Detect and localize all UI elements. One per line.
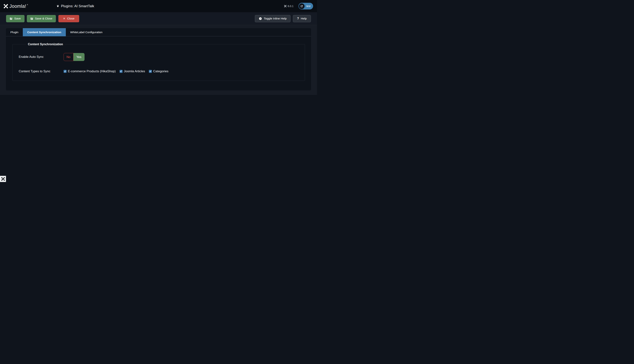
toggle-no-option[interactable]: No xyxy=(64,53,74,61)
checkbox-item-categories[interactable]: Categories xyxy=(149,70,168,73)
checkmark-icon xyxy=(64,70,66,72)
save-and-close-button[interactable]: Save & Close xyxy=(27,15,56,22)
tab-whitelabel-configuration[interactable]: WhiteLabel Configuration xyxy=(66,28,107,36)
checkbox-label[interactable]: Joomla Articles xyxy=(124,70,145,73)
enable-auto-sync-toggle: No Yes xyxy=(64,53,84,61)
enable-auto-sync-label: Enable Auto Sync xyxy=(19,55,64,59)
floppy-save-icon xyxy=(10,17,12,20)
help-button[interactable]: ? Help xyxy=(293,15,311,22)
content-types-checkbox-group: E-commerce Products (HikaShop) Joomla Ar… xyxy=(64,70,168,73)
question-mark-icon: ? xyxy=(297,17,299,20)
close-button[interactable]: ✕ Close xyxy=(58,15,79,22)
brand[interactable]: Joomla!® xyxy=(4,0,28,12)
checkbox-checked[interactable] xyxy=(149,70,152,73)
checkbox-item-ecommerce[interactable]: E-commerce Products (HikaShop) xyxy=(64,70,116,73)
content-wrapper: Plugin Content Synchronization WhiteLabe… xyxy=(0,25,317,95)
corner-joomla-box xyxy=(0,176,6,182)
brand-wordmark: Joomla!® xyxy=(10,4,28,9)
toolbar: Save Save & Close ✕ Close ? Toggle Inlin… xyxy=(0,12,317,25)
save-label: Save xyxy=(14,17,21,20)
close-x-icon: ✕ xyxy=(63,17,65,20)
tab-bar: Plugin Content Synchronization WhiteLabe… xyxy=(6,28,311,36)
joomla-corner-icon xyxy=(1,177,5,181)
question-circle-icon: ? xyxy=(259,17,262,20)
external-link-icon xyxy=(300,5,303,8)
joomla-logo-icon xyxy=(4,4,8,8)
field-row-enable-auto-sync: Enable Auto Sync No Yes xyxy=(19,53,84,61)
topbar-right: 6.0.1 test xyxy=(284,0,313,12)
checkmark-icon xyxy=(150,70,152,72)
settings-card: Plugin Content Synchronization WhiteLabe… xyxy=(6,28,311,91)
toggle-yes-option[interactable]: Yes xyxy=(74,53,84,61)
version-text: 6.0.1 xyxy=(288,5,294,8)
registered-mark: ® xyxy=(27,4,28,6)
save-and-close-label: Save & Close xyxy=(35,17,52,20)
svg-text:?: ? xyxy=(260,18,261,20)
floppy-save-icon xyxy=(30,17,33,20)
toggle-inline-help-label: Toggle Inline Help xyxy=(264,17,286,20)
page-title-text: Plugins: AI SmartTalk xyxy=(61,4,94,8)
checkmark-icon xyxy=(120,70,122,72)
user-menu-badge[interactable]: test xyxy=(298,3,313,10)
content-types-label: Content Types to Sync xyxy=(19,70,64,73)
user-name: test xyxy=(306,5,310,8)
checkbox-label[interactable]: Categories xyxy=(153,70,168,73)
top-navbar: Joomla!® Plugins: AI SmartTalk 6.0.1 tes… xyxy=(0,0,317,12)
fieldset-legend: Content Synchronization xyxy=(26,42,65,46)
joomla-version: 6.0.1 xyxy=(284,5,294,8)
checkbox-label[interactable]: E-commerce Products (HikaShop) xyxy=(68,70,116,73)
tab-plugin[interactable]: Plugin xyxy=(6,28,23,36)
save-button[interactable]: Save xyxy=(6,15,24,22)
checkbox-checked[interactable] xyxy=(120,70,122,73)
checkbox-checked[interactable] xyxy=(64,70,66,73)
plug-icon xyxy=(56,4,59,8)
content-synchronization-fieldset: Content Synchronization Enable Auto Sync… xyxy=(12,44,305,81)
close-label: Close xyxy=(67,17,74,20)
page-title: Plugins: AI SmartTalk xyxy=(56,0,94,12)
help-label: Help xyxy=(301,17,306,20)
field-row-content-types: Content Types to Sync E-commerce Product… xyxy=(19,69,168,74)
joomla-version-icon xyxy=(284,5,286,8)
user-badge-circle xyxy=(299,3,304,9)
tab-content-synchronization[interactable]: Content Synchronization xyxy=(23,28,66,36)
toggle-inline-help-button[interactable]: ? Toggle Inline Help xyxy=(255,15,290,22)
checkbox-item-joomla-articles[interactable]: Joomla Articles xyxy=(120,70,145,73)
